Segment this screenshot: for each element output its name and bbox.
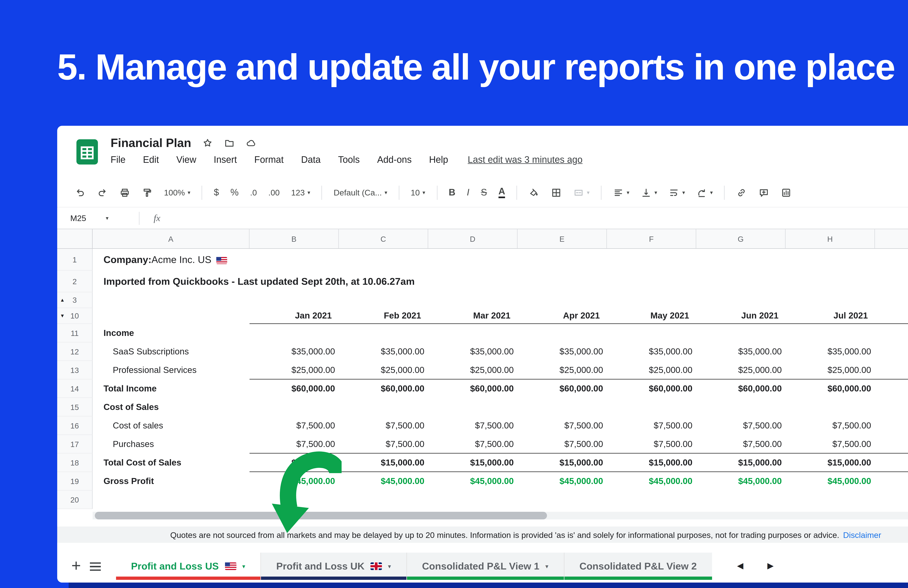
month-header-cell[interactable]: May 2021 [607, 308, 696, 323]
caret-down-icon[interactable]: ▾ [545, 563, 549, 570]
cell-value[interactable]: $7,500.00 [786, 435, 875, 453]
italic-button[interactable]: I [467, 187, 469, 198]
cell-value[interactable]: $25,000.00 [250, 361, 339, 379]
number-format-button[interactable]: 123 ▾ [291, 188, 310, 197]
caret-down-icon[interactable]: ▾ [242, 563, 245, 570]
cell-value[interactable]: $35,000.00 [696, 342, 786, 361]
menu-item[interactable]: Add-ons [377, 154, 412, 165]
insert-comment-icon[interactable] [758, 187, 770, 198]
name-box[interactable]: M25 ▾ [57, 214, 139, 223]
sheets-logo-icon[interactable] [76, 139, 98, 165]
insert-chart-icon[interactable] [781, 187, 792, 198]
empty-cell[interactable] [93, 308, 250, 324]
disclaimer-link[interactable]: Disclaimer [843, 530, 881, 539]
tab-profit-and-loss-uk[interactable]: Profit and Loss UK ▾ [261, 553, 406, 580]
borders-icon[interactable] [551, 187, 562, 198]
text-rotation-button[interactable]: ▾ [696, 187, 713, 198]
cell-value[interactable]: $15,000.00 [607, 453, 696, 471]
menu-item[interactable]: File [111, 154, 126, 165]
font-size-select[interactable]: 10 ▾ [411, 188, 425, 197]
menu-item[interactable]: Help [429, 154, 448, 165]
row-label-professional-services[interactable]: Professional Services [93, 361, 250, 379]
empty-cell[interactable] [93, 292, 250, 308]
row-header-14[interactable]: 14 [57, 379, 93, 398]
cell-value[interactable]: $45,000.00 [607, 472, 696, 490]
row-label-purchases[interactable]: Purchases [93, 435, 250, 453]
row-header-18[interactable]: 18 [57, 453, 93, 472]
row-header-11[interactable]: 11 [57, 324, 93, 342]
cell-value[interactable]: $15,000.00 [250, 453, 339, 471]
cell-value[interactable]: $25,000.00 [339, 361, 428, 379]
cell-value[interactable]: $60,000.00 [250, 379, 339, 398]
move-folder-icon[interactable] [224, 138, 235, 149]
cell-value[interactable]: $15,000.00 [339, 453, 428, 471]
month-header-cell[interactable]: Jul 2021 [786, 308, 875, 323]
text-wrap-button[interactable]: ▾ [669, 187, 685, 198]
menu-item[interactable]: Edit [143, 154, 159, 165]
clipped-cell[interactable] [250, 490, 280, 509]
undo-icon[interactable] [75, 187, 85, 198]
menu-item[interactable]: Format [254, 154, 284, 165]
cell-value[interactable]: $25,000.00 [428, 361, 518, 379]
cell-value[interactable]: $60,000.00 [518, 379, 607, 398]
cell-value[interactable]: $60,000.00 [339, 379, 428, 398]
menu-item[interactable]: Data [301, 154, 321, 165]
column-header[interactable]: H [786, 229, 875, 248]
cell-value[interactable]: $15,000.00 [875, 453, 908, 471]
month-header-cell[interactable]: Jan 2021 [250, 308, 339, 323]
row-label-total-income[interactable]: Total Income [93, 379, 250, 398]
cell-value[interactable]: $45,000.00 [428, 472, 518, 490]
clipped-cell[interactable] [250, 324, 280, 342]
cell-value[interactable]: $45,000.00 [250, 472, 339, 490]
cell-value[interactable]: $15,000.00 [786, 453, 875, 471]
cell-value[interactable]: $7,500.00 [696, 435, 786, 453]
cell-value[interactable]: $60,000.00 [696, 379, 786, 398]
row-header-19[interactable]: 19 [57, 472, 93, 490]
font-select[interactable]: Default (Ca... ▾ [333, 188, 387, 197]
cell-value[interactable]: $35,000.00 [518, 342, 607, 361]
cell-value[interactable]: $7,500.00 [518, 416, 607, 435]
cell-value[interactable]: $7,500.00 [518, 435, 607, 453]
star-icon[interactable] [202, 138, 213, 149]
select-all-corner[interactable] [57, 229, 93, 248]
strikethrough-button[interactable]: S [481, 187, 487, 198]
month-header-cell[interactable]: Apr 2021 [518, 308, 607, 323]
tab-scroll-left-icon[interactable]: ◀ [737, 561, 744, 570]
cell-value[interactable]: $60,000.00 [875, 379, 908, 398]
zoom-select[interactable]: 100% ▾ [164, 188, 190, 197]
cell-value[interactable]: $7,500.00 [428, 435, 518, 453]
cell-value[interactable]: $7,500.00 [339, 416, 428, 435]
month-header-cell[interactable]: Mar 2021 [428, 308, 518, 323]
collapse-group-down-icon[interactable]: ▼ [60, 313, 65, 318]
cell-value[interactable]: $60,000.00 [428, 379, 518, 398]
cell-value[interactable]: $15,000.00 [428, 453, 518, 471]
column-header[interactable]: I [875, 229, 908, 248]
cell-value[interactable]: $7,500.00 [250, 435, 339, 453]
cell-value[interactable]: $7,500.00 [428, 416, 518, 435]
cell-value[interactable]: $45,000.00 [696, 472, 786, 490]
print-icon[interactable] [119, 187, 130, 198]
row-header-20[interactable]: 20 [57, 490, 93, 509]
collapse-group-up-icon[interactable]: ▲ [60, 297, 65, 303]
column-header[interactable]: A [93, 229, 250, 248]
column-header[interactable]: B [250, 229, 339, 248]
cell-value[interactable]: $35,000.00 [607, 342, 696, 361]
redo-icon[interactable] [97, 187, 108, 198]
column-header[interactable]: F [607, 229, 696, 248]
fill-color-icon[interactable] [529, 187, 539, 198]
all-sheets-button[interactable] [90, 562, 101, 571]
cell-value[interactable]: $25,000.00 [875, 361, 908, 379]
row-header-17[interactable]: 17 [57, 435, 93, 453]
column-header[interactable]: D [428, 229, 518, 248]
caret-down-icon[interactable]: ▾ [388, 563, 391, 570]
cell-value[interactable]: $25,000.00 [518, 361, 607, 379]
cell-value[interactable]: $35,000.00 [428, 342, 518, 361]
row-label-total-cost-of-sales[interactable]: Total Cost of Sales [93, 453, 250, 472]
row-header-2[interactable]: 2 [57, 271, 93, 292]
scrollbar-thumb[interactable] [95, 512, 547, 519]
cell-value[interactable]: $35,000.00 [339, 342, 428, 361]
cell-company[interactable]: Company: Acme Inc. US [93, 249, 250, 271]
row-header-12[interactable]: 12 [57, 342, 93, 361]
column-header[interactable]: E [518, 229, 607, 248]
cell-value[interactable]: $7,500.00 [607, 416, 696, 435]
